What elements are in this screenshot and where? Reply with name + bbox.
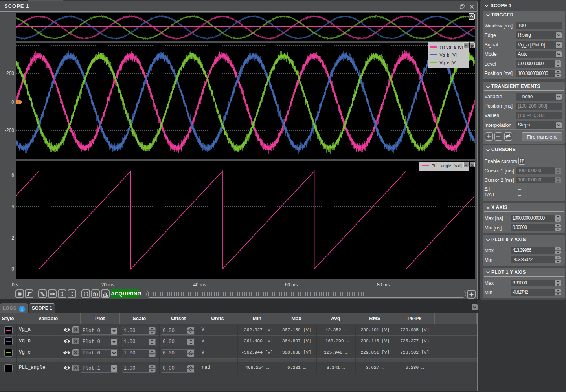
svg-text:T: T [17,100,20,104]
svg-text:f(): f() [93,291,98,297]
